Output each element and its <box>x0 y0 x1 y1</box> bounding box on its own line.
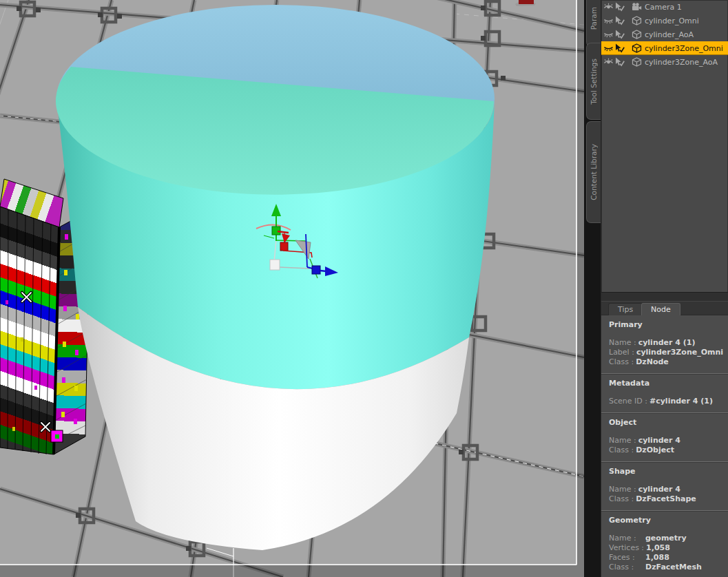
prop-value: DzFacetShape <box>636 494 696 503</box>
prop-label: Name : <box>609 338 636 347</box>
section-title: Geometry <box>609 516 721 525</box>
scene-tree[interactable]: Camera 1 cylinder_Omni cylin <box>601 0 728 292</box>
prop-value: cylinder 4 <box>638 485 680 494</box>
cube-icon <box>632 30 642 39</box>
node-section-object: Object Name :cylinder 4 Class :DzObject <box>601 412 728 461</box>
prop-label: Class : <box>609 563 643 572</box>
scene-item-label: cylinder_AoA <box>645 30 694 39</box>
prop-value: DzObject <box>636 445 674 454</box>
cube-icon <box>632 57 642 67</box>
panel-splitter[interactable] <box>601 292 728 302</box>
prop-label: Scene ID : <box>609 397 647 406</box>
node-section-shape: Shape Name :cylinder 4 Class :DzFacetSha… <box>601 461 728 510</box>
section-title: Object <box>609 418 721 427</box>
prop-value: DzFacetMesh <box>645 563 702 571</box>
scene-tree-item-cylinder3zone-aoa[interactable]: cylinder3Zone_AoA <box>601 55 728 69</box>
tab-content-library[interactable]: Content Library <box>586 121 601 223</box>
scene-item-label: cylinder_Omni <box>645 17 699 25</box>
prop-value: #cylinder 4 (1) <box>649 397 713 406</box>
side-tab-strip: Param Tool Settings Content Library <box>584 0 601 577</box>
prop-value: 1,088 <box>645 553 669 562</box>
section-title: Metadata <box>609 379 721 388</box>
cube-icon <box>632 43 642 53</box>
eye-closed-icon[interactable] <box>603 43 614 53</box>
prop-label: Class : <box>609 494 634 503</box>
eye-closed-icon[interactable] <box>603 16 614 25</box>
prop-label: Label : <box>609 348 634 357</box>
cube-icon <box>632 16 642 25</box>
pointer-check-icon[interactable] <box>614 57 625 67</box>
section-title: Shape <box>609 467 721 476</box>
node-section-primary: Primary Name :cylinder 4 (1) Label :cyli… <box>601 315 728 373</box>
prop-label: Vertices : <box>609 543 644 553</box>
tab-tips[interactable]: Tips <box>608 303 643 315</box>
scene-tree-item-cylinder-omni[interactable]: cylinder_Omni <box>601 14 728 28</box>
scene-item-label: cylinder3Zone_Omni <box>645 44 723 53</box>
scene-tree-item-cylinder-aoa[interactable]: cylinder_AoA <box>601 28 728 41</box>
eye-closed-icon[interactable] <box>603 30 614 39</box>
prop-value: geometry <box>645 534 687 543</box>
camera-icon <box>632 2 642 12</box>
pointer-check-icon[interactable] <box>614 16 625 25</box>
prop-label: Name : <box>609 485 636 494</box>
tab-parameters[interactable]: Param <box>586 0 601 47</box>
tab-node[interactable]: Node <box>641 303 680 317</box>
prop-value: cylinder3Zone_Omni <box>636 348 723 357</box>
scene-item-label: cylinder3Zone_AoA <box>645 58 718 67</box>
right-panel: Camera 1 cylinder_Omni cylin <box>601 0 728 577</box>
prop-label: Class : <box>609 357 634 366</box>
prop-label: Class : <box>609 445 634 454</box>
node-section-geometry: Geometry Name :geometry Vertices :1,058 … <box>601 510 728 577</box>
scene-tree-item-camera1[interactable]: Camera 1 <box>601 0 728 14</box>
bottom-tab-bar: Tips Node <box>601 302 728 315</box>
section-title: Primary <box>609 320 721 329</box>
scene-canvas <box>0 0 584 577</box>
prop-label: Name : <box>609 436 636 445</box>
pointer-check-icon[interactable] <box>614 30 625 39</box>
node-properties-panel: Primary Name :cylinder 4 (1) Label :cyli… <box>601 315 728 577</box>
prop-value: 1,058 <box>646 543 670 552</box>
scene-item-label: Camera 1 <box>645 3 682 12</box>
eye-open-icon[interactable] <box>603 57 614 67</box>
scene-tree-item-cylinder3zone-omni-selected[interactable]: cylinder3Zone_Omni <box>601 41 728 55</box>
prop-label: Faces : <box>609 553 643 563</box>
tab-tool-settings[interactable]: Tool Settings <box>586 43 601 120</box>
pointer-check-icon[interactable] <box>614 2 625 12</box>
viewport-3d[interactable] <box>0 0 584 577</box>
pointer-check-icon[interactable] <box>614 43 625 53</box>
eye-open-icon[interactable] <box>603 2 614 12</box>
prop-label: Name : <box>609 534 643 543</box>
prop-value: DzNode <box>636 357 669 366</box>
prop-value: cylinder 4 <box>638 436 680 445</box>
prop-value: cylinder 4 (1) <box>638 338 696 347</box>
origin-handle <box>270 260 280 270</box>
node-section-metadata: Metadata Scene ID :#cylinder 4 (1) <box>601 373 728 412</box>
